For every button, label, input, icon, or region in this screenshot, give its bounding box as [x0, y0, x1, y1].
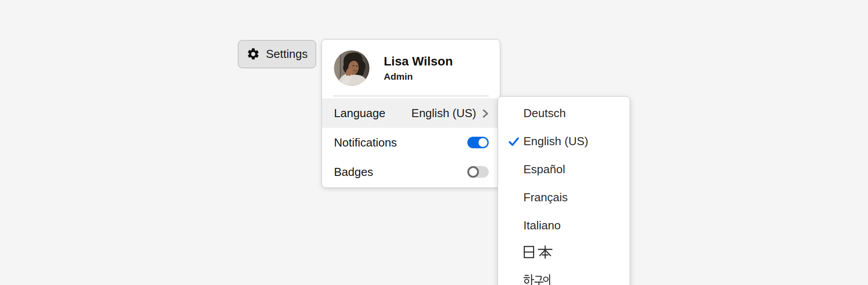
- badges-label: Badges: [334, 165, 373, 179]
- option-label: Français: [523, 191, 568, 204]
- language-option-francais[interactable]: Français: [498, 183, 630, 212]
- option-label: Deutsch: [523, 106, 566, 120]
- menu-item-language[interactable]: Language English (US): [322, 98, 500, 128]
- language-option-deutsch[interactable]: Deutsch: [498, 99, 630, 127]
- language-current-value: English (US): [411, 106, 476, 120]
- notifications-toggle[interactable]: [467, 137, 489, 148]
- language-label: Language: [334, 106, 386, 120]
- language-option-japanese[interactable]: 日本: [498, 240, 630, 268]
- menu-item-badges[interactable]: Badges: [322, 157, 500, 187]
- language-option-english-us[interactable]: English (US): [498, 127, 630, 155]
- settings-button[interactable]: Settings: [238, 40, 316, 68]
- language-value-group: English (US): [411, 106, 489, 120]
- settings-button-label: Settings: [266, 47, 308, 61]
- toggle-knob: [478, 138, 487, 147]
- checkmark-icon: [508, 135, 520, 147]
- profile-popover: Lisa Wilson Admin Language English (US): [321, 39, 500, 188]
- header-divider: [333, 96, 489, 96]
- gear-icon: [246, 47, 260, 61]
- page-background: Settings: [0, 0, 868, 285]
- menu-item-notifications[interactable]: Notifications: [322, 128, 500, 157]
- language-option-korean[interactable]: 한국인: [498, 268, 630, 285]
- language-option-italiano[interactable]: Italiano: [498, 212, 630, 240]
- option-label: Italiano: [523, 219, 561, 232]
- language-option-espanol[interactable]: Español: [498, 155, 630, 183]
- option-label: Español: [523, 163, 565, 176]
- label-japanese-glyphs: [523, 245, 554, 262]
- language-submenu: Deutsch English (US) Español Français It…: [498, 96, 630, 285]
- profile-name: Lisa Wilson: [384, 54, 453, 69]
- label-korean-glyphs: [523, 274, 551, 285]
- profile-header: Lisa Wilson Admin: [322, 40, 500, 86]
- option-label: English (US): [523, 134, 588, 148]
- profile-identity: Lisa Wilson Admin: [384, 54, 453, 82]
- avatar: [334, 50, 370, 86]
- toggle-knob: [467, 166, 479, 178]
- notifications-label: Notifications: [334, 136, 397, 150]
- popover-menu: Language English (US) Notifications Badg…: [322, 98, 500, 187]
- badges-toggle[interactable]: [467, 166, 489, 178]
- profile-role: Admin: [384, 70, 453, 82]
- chevron-right-icon: [482, 108, 489, 119]
